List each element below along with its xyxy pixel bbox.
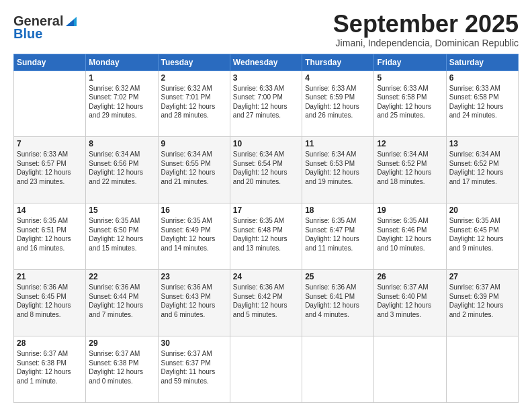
cell-info-line: Daylight: 12 hours bbox=[17, 169, 71, 176]
cell-info-line: Sunrise: 6:32 AM bbox=[161, 85, 212, 92]
cell-info-line: and 27 minutes. bbox=[233, 111, 281, 119]
cell-info-line: Sunset: 6:52 PM bbox=[449, 160, 499, 167]
cell-info-line: Daylight: 12 hours bbox=[161, 103, 216, 110]
cell-info-line: Sunset: 6:37 PM bbox=[161, 359, 211, 367]
day-number: 7 bbox=[17, 139, 83, 148]
table-row bbox=[446, 336, 518, 403]
cell-info-line: Sunrise: 6:36 AM bbox=[89, 283, 140, 291]
calendar-week-row: 1Sunrise: 6:32 AMSunset: 7:02 PMDaylight… bbox=[14, 71, 519, 137]
table-row: 20Sunrise: 6:35 AMSunset: 6:45 PMDayligh… bbox=[446, 203, 518, 270]
cell-info: Sunrise: 6:34 AMSunset: 6:53 PMDaylight:… bbox=[305, 150, 371, 186]
cell-info-line: and 16 minutes. bbox=[17, 244, 64, 252]
cell-info-line: Sunrise: 6:37 AM bbox=[89, 350, 140, 357]
cell-info-line: Daylight: 12 hours bbox=[449, 235, 504, 242]
cell-info-line: Sunrise: 6:35 AM bbox=[449, 217, 500, 224]
day-number: 4 bbox=[305, 73, 371, 83]
cell-info-line: Sunset: 7:02 PM bbox=[89, 93, 138, 101]
cell-info-line: Daylight: 12 hours bbox=[449, 302, 504, 309]
cell-info-line: Daylight: 12 hours bbox=[233, 169, 287, 176]
cell-info: Sunrise: 6:34 AMSunset: 6:52 PMDaylight:… bbox=[449, 150, 515, 186]
cell-info-line: Daylight: 12 hours bbox=[305, 169, 359, 176]
cell-info-line: and 15 minutes. bbox=[89, 244, 136, 252]
day-number: 15 bbox=[89, 205, 154, 215]
calendar-week-row: 7Sunrise: 6:33 AMSunset: 6:57 PMDaylight… bbox=[14, 137, 519, 203]
cell-info-line: Sunset: 6:50 PM bbox=[89, 226, 138, 234]
table-row: 7Sunrise: 6:33 AMSunset: 6:57 PMDaylight… bbox=[14, 137, 86, 203]
cell-info-line: and 9 minutes. bbox=[449, 244, 494, 252]
table-row: 23Sunrise: 6:36 AMSunset: 6:43 PMDayligh… bbox=[158, 270, 230, 336]
cell-info: Sunrise: 6:32 AMSunset: 7:02 PMDaylight:… bbox=[89, 84, 154, 120]
cell-info: Sunrise: 6:35 AMSunset: 6:48 PMDaylight:… bbox=[233, 216, 299, 253]
header-wednesday: Wednesday bbox=[230, 54, 302, 71]
day-number: 2 bbox=[161, 73, 227, 83]
header-saturday: Saturday bbox=[446, 54, 518, 71]
table-row bbox=[230, 336, 302, 403]
cell-info: Sunrise: 6:33 AMSunset: 6:59 PMDaylight:… bbox=[305, 84, 371, 120]
cell-info-line: Daylight: 12 hours bbox=[305, 103, 359, 110]
header-tuesday: Tuesday bbox=[158, 54, 230, 71]
cell-info-line: Sunset: 6:45 PM bbox=[449, 226, 499, 234]
cell-info-line: Sunset: 6:56 PM bbox=[89, 160, 138, 167]
cell-info-line: and 24 minutes. bbox=[449, 111, 497, 119]
table-row: 14Sunrise: 6:35 AMSunset: 6:51 PMDayligh… bbox=[14, 203, 86, 270]
table-row: 16Sunrise: 6:35 AMSunset: 6:49 PMDayligh… bbox=[158, 203, 230, 270]
cell-info-line: Sunrise: 6:37 AM bbox=[161, 350, 212, 357]
cell-info-line: and 3 minutes. bbox=[377, 311, 421, 318]
table-row: 3Sunrise: 6:33 AMSunset: 7:00 PMDaylight… bbox=[230, 71, 302, 137]
cell-info-line: Sunrise: 6:36 AM bbox=[161, 283, 212, 291]
day-number: 26 bbox=[377, 272, 443, 281]
day-number: 23 bbox=[161, 272, 227, 281]
day-number: 24 bbox=[233, 272, 299, 281]
cell-info-line: Sunrise: 6:37 AM bbox=[449, 283, 500, 291]
cell-info-line: and 25 minutes. bbox=[377, 111, 425, 119]
table-row: 11Sunrise: 6:34 AMSunset: 6:53 PMDayligh… bbox=[302, 137, 374, 203]
cell-info-line: and 6 minutes. bbox=[161, 311, 206, 318]
cell-info-line: Sunset: 6:48 PM bbox=[233, 226, 283, 234]
header-thursday: Thursday bbox=[302, 54, 374, 71]
table-row: 10Sunrise: 6:34 AMSunset: 6:54 PMDayligh… bbox=[230, 137, 302, 203]
table-row: 30Sunrise: 6:37 AMSunset: 6:37 PMDayligh… bbox=[158, 336, 230, 403]
cell-info-line: Sunset: 6:54 PM bbox=[233, 160, 283, 167]
cell-info: Sunrise: 6:37 AMSunset: 6:39 PMDaylight:… bbox=[449, 283, 515, 319]
cell-info-line: and 29 minutes. bbox=[89, 111, 136, 119]
calendar-week-row: 28Sunrise: 6:37 AMSunset: 6:38 PMDayligh… bbox=[14, 336, 519, 403]
table-row bbox=[374, 336, 446, 403]
cell-info-line: Sunrise: 6:33 AM bbox=[233, 85, 284, 92]
cell-info: Sunrise: 6:32 AMSunset: 7:01 PMDaylight:… bbox=[161, 84, 227, 120]
cell-info: Sunrise: 6:33 AMSunset: 6:57 PMDaylight:… bbox=[17, 150, 83, 186]
cell-info-line: and 5 minutes. bbox=[233, 311, 277, 318]
cell-info-line: Sunset: 6:44 PM bbox=[89, 293, 138, 300]
cell-info-line: Sunrise: 6:34 AM bbox=[377, 150, 428, 158]
cell-info-line: and 18 minutes. bbox=[377, 178, 425, 185]
cell-info: Sunrise: 6:35 AMSunset: 6:47 PMDaylight:… bbox=[305, 216, 371, 253]
cell-info: Sunrise: 6:35 AMSunset: 6:51 PMDaylight:… bbox=[17, 216, 83, 253]
cell-info-line: Sunrise: 6:33 AM bbox=[305, 85, 356, 92]
table-row: 5Sunrise: 6:33 AMSunset: 6:58 PMDaylight… bbox=[374, 71, 446, 137]
cell-info-line: Sunrise: 6:37 AM bbox=[17, 350, 68, 357]
cell-info: Sunrise: 6:35 AMSunset: 6:45 PMDaylight:… bbox=[449, 216, 515, 253]
cell-info-line: Daylight: 12 hours bbox=[89, 235, 143, 242]
calendar-table: Sunday Monday Tuesday Wednesday Thursday… bbox=[13, 54, 519, 403]
day-number: 5 bbox=[377, 73, 443, 83]
cell-info-line: Sunset: 6:46 PM bbox=[377, 226, 427, 234]
table-row: 13Sunrise: 6:34 AMSunset: 6:52 PMDayligh… bbox=[446, 137, 518, 203]
cell-info-line: Sunset: 6:41 PM bbox=[305, 293, 355, 300]
cell-info-line: Sunrise: 6:37 AM bbox=[377, 283, 428, 291]
cell-info-line: Sunset: 6:53 PM bbox=[305, 160, 355, 167]
day-number: 16 bbox=[161, 205, 227, 215]
cell-info-line: and 11 minutes. bbox=[305, 244, 353, 252]
cell-info-line: and 59 minutes. bbox=[161, 377, 209, 385]
cell-info: Sunrise: 6:35 AMSunset: 6:49 PMDaylight:… bbox=[161, 216, 227, 253]
cell-info-line: Daylight: 12 hours bbox=[377, 302, 431, 309]
cell-info-line: Sunset: 6:39 PM bbox=[449, 293, 499, 300]
day-number: 11 bbox=[305, 139, 371, 148]
day-number: 25 bbox=[305, 272, 371, 281]
day-number: 3 bbox=[233, 73, 299, 83]
cell-info-line: Sunset: 7:00 PM bbox=[233, 93, 283, 101]
day-number: 20 bbox=[449, 205, 515, 215]
cell-info: Sunrise: 6:34 AMSunset: 6:54 PMDaylight:… bbox=[233, 150, 299, 186]
day-number: 27 bbox=[449, 272, 515, 281]
day-number: 1 bbox=[89, 73, 154, 83]
cell-info-line: and 23 minutes. bbox=[17, 178, 64, 185]
cell-info-line: Daylight: 12 hours bbox=[377, 103, 431, 110]
